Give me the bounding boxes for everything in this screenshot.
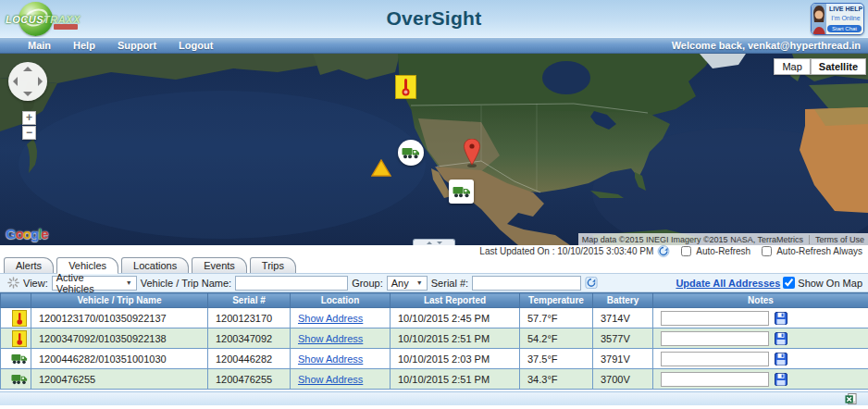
page-title: OverSight bbox=[0, 7, 868, 30]
show-address-link[interactable]: Show Address bbox=[298, 333, 363, 344]
map-attribution: Map data ©2015 INEGI Imagery ©2015 NASA,… bbox=[578, 233, 868, 245]
chevron-down-icon: ▼ bbox=[126, 279, 132, 286]
vehicle-trip-name-cell: 1200446282/010351001030 bbox=[31, 349, 208, 369]
row-alert-cell bbox=[1, 308, 31, 328]
main-nav: Main Help Support Logout Welcome back, v… bbox=[0, 37, 868, 54]
vehicle-trip-name-cell: 1200123170/010350922137 bbox=[31, 308, 208, 328]
bottom-bar bbox=[0, 391, 868, 405]
save-note-icon[interactable] bbox=[775, 353, 787, 366]
serial-label: Serial #: bbox=[431, 278, 468, 289]
note-input[interactable] bbox=[661, 372, 769, 387]
col-last-reported[interactable]: Last Reported bbox=[391, 293, 520, 308]
tab-locations[interactable]: Locations bbox=[121, 257, 189, 273]
col-battery[interactable]: Battery bbox=[593, 293, 653, 308]
location-cell: Show Address bbox=[291, 308, 391, 328]
auto-refresh-always-checkbox[interactable] bbox=[762, 246, 772, 256]
collapse-up-icon bbox=[427, 242, 432, 244]
group-select[interactable]: Any ▼ bbox=[387, 276, 428, 291]
show-address-link[interactable]: Show Address bbox=[298, 353, 363, 365]
table-row[interactable]: 12004762551200476255Show Address10/10/20… bbox=[1, 369, 868, 390]
map-view-button[interactable]: Map bbox=[774, 58, 810, 75]
view-select[interactable]: Active Vehicles ▼ bbox=[52, 276, 137, 291]
auto-refresh-label[interactable]: Auto-Refresh bbox=[696, 246, 750, 256]
temperature-alert-icon bbox=[11, 330, 28, 347]
tab-events[interactable]: Events bbox=[192, 257, 247, 273]
temperature-cell: 34.3°F bbox=[520, 369, 593, 390]
save-note-icon[interactable] bbox=[775, 312, 787, 325]
show-address-link[interactable]: Show Address bbox=[298, 374, 363, 385]
live-help-widget[interactable]: LIVE HELP I'm Online Start Chat bbox=[811, 3, 864, 35]
group-select-value: Any bbox=[391, 278, 409, 289]
collapse-down-icon bbox=[437, 242, 442, 244]
note-input[interactable] bbox=[661, 331, 769, 346]
warning-triangle-marker[interactable] bbox=[371, 159, 391, 180]
nav-item-help[interactable]: Help bbox=[73, 40, 95, 51]
col-serial[interactable]: Serial # bbox=[208, 293, 291, 308]
location-pin-marker[interactable] bbox=[464, 139, 480, 172]
auto-refresh-always-label[interactable]: Auto-Refresh Always bbox=[776, 246, 862, 256]
vehicle-marker-circle[interactable] bbox=[398, 140, 424, 166]
col-vehicle-trip-name[interactable]: Vehicle / Trip Name bbox=[31, 293, 208, 308]
update-all-addresses-link[interactable]: Update All Addresses bbox=[676, 278, 780, 289]
start-chat-button[interactable]: Start Chat bbox=[827, 25, 862, 32]
welcome-text: Welcome back, venkat@hyperthread.in bbox=[672, 40, 861, 51]
tab-alerts[interactable]: Alerts bbox=[4, 257, 54, 273]
auto-refresh-checkbox[interactable] bbox=[681, 246, 691, 256]
google-logo[interactable]: Google bbox=[6, 226, 48, 242]
serial-input[interactable] bbox=[472, 276, 581, 291]
nav-item-support[interactable]: Support bbox=[118, 40, 156, 51]
vehicle-trip-name-cell: 1200476255 bbox=[31, 369, 208, 390]
truck-icon bbox=[453, 185, 471, 198]
note-input[interactable] bbox=[661, 352, 769, 366]
temperature-cell: 54.2°F bbox=[520, 328, 593, 349]
save-note-icon[interactable] bbox=[775, 373, 787, 386]
temperature-alert-marker[interactable] bbox=[395, 75, 416, 103]
show-on-map-checkbox[interactable] bbox=[783, 277, 795, 289]
pan-up-icon[interactable] bbox=[23, 67, 32, 71]
zoom-in-button[interactable]: + bbox=[22, 111, 36, 125]
serial-cell: 1200446282 bbox=[208, 349, 291, 369]
last-reported-cell: 10/10/2015 2:51 PM bbox=[391, 328, 520, 349]
col-temperature[interactable]: Temperature bbox=[520, 293, 593, 308]
search-refresh-icon[interactable] bbox=[585, 277, 598, 289]
filter-bar: View: Active Vehicles ▼ Vehicle / Trip N… bbox=[0, 274, 868, 292]
nav-item-main[interactable]: Main bbox=[28, 40, 51, 51]
table-row[interactable]: 1200347092/0103509221381200347092Show Ad… bbox=[1, 328, 868, 349]
status-bar: Last Updated On : 10/10/2015 3:03:40 PM … bbox=[0, 245, 868, 257]
last-reported-cell: 10/10/2015 2:51 PM bbox=[391, 369, 520, 390]
serial-cell: 1200123170 bbox=[208, 308, 291, 328]
pan-left-icon[interactable] bbox=[13, 77, 18, 86]
table-row[interactable]: 1200123170/0103509221371200123170Show Ad… bbox=[1, 308, 868, 328]
satellite-view-button[interactable]: Satellite bbox=[811, 58, 866, 75]
row-alert-cell bbox=[1, 328, 31, 349]
refresh-icon[interactable] bbox=[657, 245, 670, 257]
view-select-value: Active Vehicles bbox=[56, 272, 120, 294]
col-location[interactable]: Location bbox=[291, 293, 391, 308]
live-help-status: I'm Online bbox=[826, 15, 864, 21]
tab-trips[interactable]: Trips bbox=[250, 257, 296, 273]
filter-right-group: Update All Addresses Show On Map bbox=[676, 277, 862, 289]
vehicles-table: Vehicle / Trip Name Serial # Location La… bbox=[0, 292, 868, 390]
show-address-link[interactable]: Show Address bbox=[298, 313, 363, 324]
export-excel-icon[interactable] bbox=[845, 393, 857, 405]
vehicle-trip-name-input[interactable] bbox=[235, 276, 348, 291]
table-row[interactable]: 1200446282/0103510010301200446282Show Ad… bbox=[1, 349, 868, 369]
location-cell: Show Address bbox=[291, 328, 391, 349]
oversight-app: LOCUSTRAXX OverSight LIVE HELP I'm Onlin… bbox=[0, 0, 868, 409]
map-panel-splitter[interactable] bbox=[413, 239, 455, 245]
save-note-icon[interactable] bbox=[775, 332, 787, 345]
terms-of-use-link[interactable]: Terms of Use bbox=[809, 235, 864, 244]
vehicle-marker-square[interactable] bbox=[449, 180, 474, 204]
vehicle-icon bbox=[11, 351, 28, 367]
pan-down-icon[interactable] bbox=[23, 92, 32, 96]
pan-right-icon[interactable] bbox=[38, 77, 43, 86]
zoom-out-button[interactable]: − bbox=[22, 126, 36, 140]
note-input[interactable] bbox=[661, 311, 769, 326]
row-alert-cell bbox=[1, 369, 31, 390]
map-pan-control[interactable] bbox=[8, 62, 47, 101]
show-on-map-label[interactable]: Show On Map bbox=[798, 278, 862, 289]
temperature-alert-icon bbox=[11, 310, 28, 327]
map-canvas[interactable]: + − Map Satellite bbox=[0, 54, 868, 245]
battery-cell: 3714V bbox=[593, 308, 653, 328]
nav-item-logout[interactable]: Logout bbox=[179, 40, 213, 51]
